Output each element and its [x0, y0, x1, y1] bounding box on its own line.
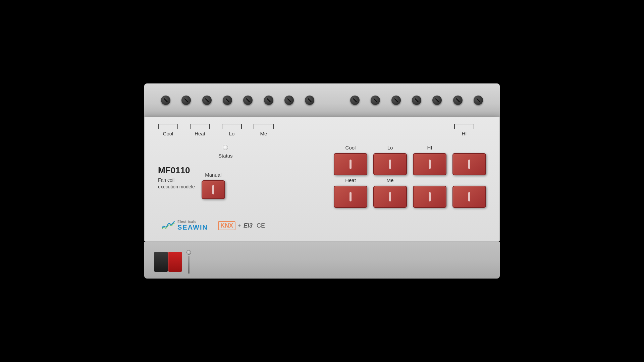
btn-me[interactable]	[373, 186, 407, 208]
btn-heat[interactable]	[334, 186, 367, 208]
btn-cool[interactable]	[334, 153, 367, 175]
cool-bracket	[158, 124, 178, 129]
manual-section: Manual	[202, 172, 225, 199]
ei3-label: EI3	[244, 222, 253, 229]
terminal-hi: HI	[454, 124, 474, 136]
terminal-heat: Heat	[190, 124, 210, 136]
grid-label-hi: HI	[413, 145, 446, 150]
btn-extra-2[interactable]	[413, 186, 446, 208]
row-label-heat: Heat	[334, 177, 367, 183]
seawin-electricals-label: Electricals	[177, 220, 208, 224]
knx-badge: KNX ✦ EI3 CE	[218, 221, 265, 230]
btn-extra-1[interactable]	[452, 153, 486, 175]
screw-8	[305, 96, 314, 105]
btn-lo[interactable]	[373, 153, 407, 175]
screw-12	[412, 96, 421, 105]
screw-1	[161, 96, 170, 105]
manual-button[interactable]	[202, 180, 225, 199]
hi-bracket	[454, 124, 474, 129]
lo-label: Lo	[229, 131, 235, 136]
grid-label-cool: Cool	[334, 145, 367, 150]
status-label: Status	[218, 153, 233, 159]
main-body: Cool Heat Lo Me HI	[144, 117, 500, 242]
me-label: Me	[260, 131, 267, 136]
seawin-text-group: Electricals SEAWIN	[177, 220, 208, 231]
screw-4	[223, 96, 232, 105]
screw-10	[371, 96, 380, 105]
content-area: Status MF0110 Fan coil execution modele …	[158, 145, 486, 210]
manual-label: Manual	[205, 172, 221, 178]
screw-9	[350, 96, 360, 105]
model-name: MF0110	[158, 165, 195, 176]
hi-label: HI	[462, 131, 467, 136]
button-row-1	[334, 153, 486, 175]
terminal-me: Me	[254, 124, 274, 136]
screw-11	[391, 96, 401, 105]
bottom-connectors	[154, 248, 194, 274]
row-label-empty2	[413, 177, 446, 183]
knx-label: KNX	[218, 221, 235, 230]
terminal-cool: Cool	[158, 124, 178, 136]
connector-black	[154, 252, 168, 272]
status-section: Status	[218, 145, 233, 159]
screw-7	[284, 96, 294, 105]
screw-3	[202, 96, 212, 105]
grid-label-empty	[452, 145, 486, 150]
seawin-wave-icon	[161, 221, 175, 231]
lo-bracket	[222, 124, 242, 129]
screw-6	[264, 96, 273, 105]
row-label-empty3	[452, 177, 486, 183]
cool-label: Cool	[163, 131, 173, 136]
screw-15	[474, 96, 483, 105]
row-label-me: Me	[373, 177, 407, 183]
bottom-rail	[144, 242, 500, 279]
heat-bracket	[190, 124, 210, 129]
screw-14	[453, 96, 463, 105]
device-wrapper: Cool Heat Lo Me HI	[141, 83, 503, 279]
screw-5	[243, 96, 253, 105]
terminal-row: Cool Heat Lo Me HI	[158, 124, 486, 136]
screw-13	[432, 96, 442, 105]
pin-stem	[188, 256, 190, 274]
seawin-logo: Electricals SEAWIN	[161, 220, 208, 231]
btn-extra-3[interactable]	[452, 186, 486, 208]
connector-block	[154, 252, 182, 272]
status-led	[223, 145, 228, 150]
seawin-name-label: SEAWIN	[177, 224, 208, 231]
model-info: MF0110 Fan coil execution modele	[158, 165, 195, 190]
model-desc-line2: execution modele	[158, 184, 195, 190]
me-bracket	[254, 124, 274, 129]
left-section: Status MF0110 Fan coil execution modele …	[158, 145, 310, 199]
logo-area: Electricals SEAWIN KNX ✦ EI3 CE	[158, 220, 486, 231]
connector-red	[168, 252, 182, 272]
model-desc-line1: Fan coil	[158, 177, 195, 184]
pin-circle	[186, 250, 191, 255]
terminal-lo: Lo	[222, 124, 242, 136]
grid-label-lo: Lo	[373, 145, 407, 150]
button-grid-container: Cool Lo HI Heat Me	[334, 145, 486, 210]
heat-label: Heat	[195, 131, 205, 136]
top-rail	[144, 83, 500, 117]
button-row-2	[334, 186, 486, 208]
screw-row	[154, 96, 490, 105]
screw-2	[181, 96, 191, 105]
btn-hi[interactable]	[413, 153, 446, 175]
pin-holder	[184, 250, 194, 274]
ce-label: CE	[257, 222, 265, 229]
